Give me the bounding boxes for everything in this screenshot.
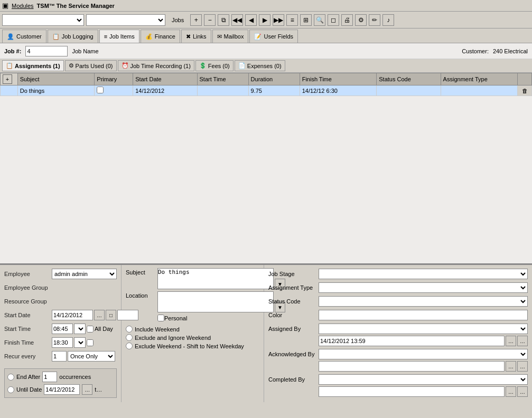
sub-tab-bar: 📋 Assignments (1) ⚙ Parts Used (0) ⏰ Job… [0,59,532,73]
weekend-options: Include Weekend Exclude and Ignore Weeke… [126,326,259,349]
add-btn[interactable]: + [190,14,202,26]
prev-btn[interactable]: ◀ [245,14,257,26]
job-stage-dropdown[interactable] [319,269,528,279]
settings-btn[interactable]: ⚙ [355,14,367,26]
acknowledged-by-dropdown[interactable] [319,349,528,359]
mailbox-icon: ✉ [217,33,222,40]
acknowledged-by-date-input[interactable] [319,361,505,372]
row-spacer [1,86,18,96]
list-btn[interactable]: ≡ [286,14,298,26]
assigned-by-date-input[interactable] [319,336,505,346]
employee-dropdown[interactable]: admin admin [52,269,117,279]
color-picker[interactable] [319,310,528,320]
clear-btn[interactable]: ◻ [328,14,339,26]
tab-customer[interactable]: 👤 Customer [2,30,46,43]
start-date-extra-btn[interactable]: □ [106,310,116,320]
tab-mailbox[interactable]: ✉ Mailbox [212,30,249,43]
status-code-label: Status Code [268,298,319,305]
sub-tab-job-time-recording[interactable]: ⏰ Job Time Recording (1) [118,60,194,71]
row-subject: Do things [17,86,95,96]
assignment-type-dropdown[interactable] [319,282,528,293]
copy-btn[interactable]: ⧉ [218,14,229,26]
assigned-by-label: Assigned By [268,326,319,332]
acknowledged-by-extra[interactable]: … [517,361,528,372]
table-row[interactable]: Do things 14/12/2012 9.75 14/12/12 6:30 … [1,86,532,96]
completed-by-dropdown[interactable] [319,374,528,385]
finish-time-dropdown[interactable]: ▼ [74,337,86,348]
acknowledged-by-label: Acknowledged By [268,351,319,357]
start-date-input[interactable] [52,310,93,320]
finish-time-label: Finish Time [4,339,52,346]
grid-add-button[interactable]: + [3,74,12,84]
app-icon: ▣ [2,2,8,10]
location-textarea[interactable] [157,291,274,312]
job-name-label: Job Name [72,48,98,54]
assigned-by-extra[interactable]: … [517,336,528,346]
sub-tab-fees[interactable]: 💲 Fees (0) [195,60,234,71]
exclude-ignore-label: Exclude and Ignore Weekend [135,335,211,341]
finish-time-check[interactable] [87,339,94,346]
end-after-radio[interactable] [7,374,14,381]
all-day-label: All Day [95,326,113,332]
tab-user-fields[interactable]: 📝 User Fields [249,30,298,43]
subject-label: Subject [126,268,157,276]
start-time-dropdown[interactable]: ▼ [74,324,86,334]
resource-group-label: Resource Group [4,298,52,305]
fees-icon: 💲 [199,62,207,69]
assigned-by-date-picker[interactable]: … [506,336,516,346]
until-date-radio[interactable] [7,386,14,393]
all-day-checkbox[interactable] [87,326,94,332]
col-start-date: Start Date [133,73,197,86]
toolbar-dropdown-1[interactable] [2,14,84,26]
until-date-picker-btn[interactable]: … [82,384,92,395]
links-icon: ✖ [186,33,191,40]
minus-btn[interactable]: − [204,14,216,26]
toolbar-dropdown-2[interactable] [86,14,165,26]
sub-tab-assignments[interactable]: 📋 Assignments (1) [2,60,64,71]
start-time-input[interactable] [52,324,73,334]
next-btn[interactable]: ▶▶ [273,14,284,26]
grid-btn[interactable]: ⊞ [300,14,312,26]
sub-tab-parts-used[interactable]: ⚙ Parts Used (0) [65,60,117,71]
acknowledged-by-date-picker[interactable]: … [506,361,516,372]
job-header: Job #: Job Name Customer: 240 Electrical [0,43,532,59]
search-btn[interactable]: 🔍 [314,14,325,26]
row-start-date: 14/12/2012 [133,86,197,96]
completed-by-extra[interactable]: … [517,386,528,397]
until-date-input[interactable] [44,384,80,395]
first-btn[interactable]: ◀◀ [231,14,243,26]
recur-type-dropdown[interactable]: Once Only [68,351,115,362]
status-code-dropdown[interactable] [319,296,528,307]
recur-every-label: Recur every [4,353,52,359]
tab-job-items[interactable]: ≡ Job Items [99,30,139,43]
exclude-ignore-radio[interactable] [126,334,133,341]
subject-textarea[interactable]: Do things [157,268,274,289]
assignments-icon: 📋 [6,62,13,69]
completed-by-date-picker[interactable]: … [506,386,516,397]
finish-time-input[interactable] [52,337,73,348]
print-btn[interactable]: 🖨 [341,14,353,26]
start-time-label: Start Time [4,326,52,332]
recur-num-input[interactable] [52,351,67,362]
exclude-shift-radio[interactable] [126,343,133,349]
job-number-label: Job #: [4,48,21,54]
assigned-by-dropdown[interactable] [319,324,528,334]
tab-finance[interactable]: 💰 Finance [141,30,180,43]
start-date-picker-btn[interactable]: … [94,310,105,320]
form-middle-col: Subject Do things ▼ Location ▼ Personal [122,265,264,402]
tab-links[interactable]: ✖ Links [181,30,211,43]
job-number-input[interactable] [25,46,68,56]
play-btn[interactable]: ▶ [259,14,270,26]
primary-checkbox[interactable] [97,87,104,93]
tab-job-logging[interactable]: 📋 Job Logging [48,30,98,43]
end-after-input[interactable] [42,372,57,382]
personal-checkbox[interactable] [157,315,164,321]
edit-btn[interactable]: ✏ [369,14,380,26]
completed-by-date-input[interactable] [319,386,505,397]
include-weekend-radio[interactable] [126,326,133,332]
modules-label[interactable]: Modules [12,3,34,9]
sub-tab-expenses[interactable]: 📄 Expenses (0) [235,60,285,71]
audio-btn[interactable]: ♪ [382,14,394,26]
row-delete[interactable]: 🗑 [518,86,532,96]
customer-value: 240 Electrical [493,48,528,54]
